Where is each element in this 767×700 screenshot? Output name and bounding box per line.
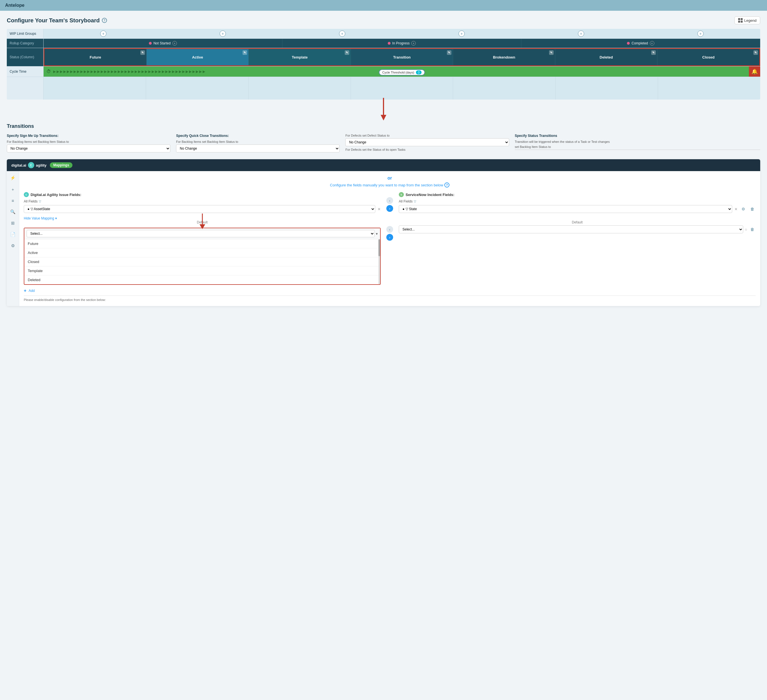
status-closed[interactable]: ✎ Closed [657, 49, 759, 65]
agility-fields-header: C Digital.ai Agility Issue Fields: [24, 192, 381, 197]
dropdown-item-template[interactable]: Template [24, 267, 380, 275]
value-left-arrow[interactable]: ‹ [386, 226, 393, 233]
cycle-label: Cycle Time [7, 67, 44, 77]
rollup-plus-3[interactable]: + [650, 41, 654, 46]
dropdown-item-active[interactable]: Active [24, 248, 380, 257]
sign-me-up-title: Specify Sign Me Up Transitions: [7, 134, 170, 138]
clear-sn-field-icon[interactable]: ✕ [734, 207, 738, 211]
agility-text: agility [36, 163, 47, 167]
wip-row: WIP Limit Groups + + + + + + [7, 29, 760, 39]
dropdown-with-arrow: Select... ▾ Future Active Closed [24, 228, 381, 285]
app-logo: digital.ai C agility [11, 162, 46, 168]
layers-sidebar-icon[interactable]: ⊞ [10, 220, 16, 227]
add-mapping-btn[interactable]: + [24, 288, 26, 293]
wip-plus-5[interactable]: + [578, 30, 584, 37]
configure-help-icon[interactable]: ? [444, 183, 449, 187]
empty-col-4 [351, 77, 454, 100]
gear-icon[interactable]: ⚙ [740, 206, 746, 213]
value-mapping-link[interactable]: Hide Value Mapping ▾ [24, 216, 756, 220]
help-icon[interactable]: ? [102, 18, 107, 23]
sign-me-up-select[interactable]: No Change [7, 144, 170, 152]
dropdown-item-deleted[interactable]: Deleted [24, 275, 380, 284]
wip-plus-3[interactable]: + [339, 30, 345, 37]
defects-select[interactable]: No Change [345, 138, 509, 146]
page-title-row: Configure Your Team's Storyboard ? [7, 17, 107, 24]
left-arrow-btn[interactable]: ‹ [386, 197, 393, 204]
radio-btn[interactable]: ○ [745, 227, 747, 232]
cycle-red-end: 🔔 [749, 67, 760, 77]
rollup-item-not-started[interactable]: Not Started + [44, 39, 282, 48]
legend-button[interactable]: Legend [734, 16, 760, 24]
empty-col-6 [555, 77, 658, 100]
status-active[interactable]: ✎ Active [146, 49, 249, 65]
edit-icon-active: ✎ [243, 50, 247, 55]
default-col-left: Default [24, 220, 381, 285]
agility-field-select[interactable]: ● ▽ AssetState [24, 205, 375, 213]
all-fields-label-sn: All Fields ▽ [399, 199, 756, 203]
mapping-rows-container: Default [24, 220, 756, 302]
file-sidebar-icon[interactable]: 📄 [10, 231, 16, 238]
status-brokendown[interactable]: ✎ Brokendown [453, 49, 555, 65]
status-template[interactable]: ✎ Template [249, 49, 351, 65]
agility-logo-icon: C [28, 162, 34, 168]
wip-plus-2[interactable]: + [220, 30, 226, 37]
mappings-badge[interactable]: Mappings [50, 162, 72, 168]
agility-fields-col: C Digital.ai Agility Issue Fields: All F… [24, 192, 381, 213]
app-main: or Configure the fields manually you wan… [19, 171, 760, 306]
wip-plus-4[interactable]: + [458, 30, 465, 37]
all-fields-text-sn: All Fields [399, 199, 413, 203]
right-arrow-btn[interactable]: › [386, 205, 393, 212]
search-sidebar-icon[interactable]: 🔍 [10, 208, 16, 215]
arrow-buttons-col: ‹ › [386, 192, 393, 213]
status-transitions-desc: Transition will be triggered when the st… [515, 140, 760, 143]
plug-icon[interactable]: ⚡ [10, 175, 16, 181]
fields-section: C Digital.ai Agility Issue Fields: All F… [24, 192, 756, 213]
status-transition-label: Transition [393, 55, 411, 59]
wip-plus-1[interactable]: + [100, 30, 107, 37]
transitions-title: Transitions [7, 123, 760, 129]
status-deleted-label: Deleted [600, 55, 613, 59]
servicenow-fields-header: S ServiceNow Incident Fields: [399, 192, 756, 197]
edit-icon-closed: ✎ [753, 50, 758, 55]
servicenow-fields-col: S ServiceNow Incident Fields: All Fields… [399, 192, 756, 213]
quick-close-select[interactable]: No Change [176, 144, 340, 152]
sn-field-select[interactable]: ● ▽ State [399, 205, 732, 213]
rollup-label-1: Not Started [153, 41, 171, 45]
wip-label: WIP Limit Groups [7, 29, 44, 38]
all-fields-label-agility: All Fields ▽ [24, 199, 381, 203]
settings-sidebar-icon[interactable]: ⚙ [10, 242, 16, 249]
status-transition[interactable]: ✎ Transition [351, 49, 453, 65]
red-down-arrow-svg [378, 98, 389, 121]
plus-sidebar-icon[interactable]: + [10, 186, 16, 193]
list-sidebar-icon[interactable]: ≡ [10, 197, 16, 204]
storyboard: WIP Limit Groups + + + + + + Rollup Cate… [7, 29, 760, 100]
status-future[interactable]: ✎ Future [45, 49, 146, 65]
dropdown-item-future[interactable]: Future [24, 239, 380, 248]
rollup-plus-2[interactable]: + [411, 41, 416, 46]
dropdown-chevron: ▾ [376, 232, 378, 236]
edit-icon-template: ✎ [345, 50, 349, 55]
cycle-end-icon: 🔔 [751, 68, 757, 75]
defects-label: For Defects set Defect Status to [345, 134, 509, 137]
cycle-start-icon: ⏱ [46, 69, 51, 74]
rollup-item-in-progress[interactable]: In Progress + [282, 39, 521, 48]
empty-label-spacer [7, 77, 44, 100]
wip-content: + + + + + + [44, 29, 760, 38]
rollup-item-completed[interactable]: Completed + [521, 39, 760, 48]
trash-icon-right[interactable]: 🗑 [749, 226, 756, 233]
value-select[interactable]: Select... [27, 230, 375, 237]
default-select-right[interactable]: Select... [399, 225, 743, 233]
clear-field-icon[interactable]: ✕ [377, 207, 381, 211]
trash-icon[interactable]: 🗑 [749, 206, 756, 213]
servicenow-logo: S [399, 192, 404, 197]
dropdown-scrollbar[interactable] [379, 239, 380, 284]
default-col-right: Default Select... ○ 🗑 [399, 220, 756, 285]
wip-plus-6[interactable]: + [697, 30, 703, 37]
rollup-plus-1[interactable]: + [172, 41, 177, 46]
status-template-label: Template [292, 55, 308, 59]
configure-link[interactable]: Configure the fields manually you want t… [24, 183, 756, 187]
status-deleted[interactable]: ✎ Deleted [555, 49, 657, 65]
dropdown-item-closed[interactable]: Closed [24, 257, 380, 267]
value-right-arrow[interactable]: › [386, 234, 393, 241]
all-fields-text-agility: All Fields [24, 199, 38, 203]
